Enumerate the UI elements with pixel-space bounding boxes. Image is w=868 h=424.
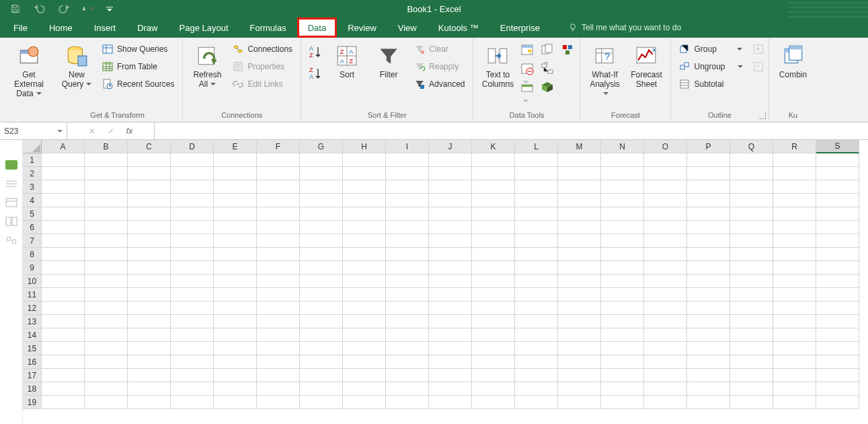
row-header[interactable]: 18 [23,382,42,396]
show-detail-button[interactable]: + [754,44,763,54]
cell[interactable] [257,355,300,369]
cell[interactable] [730,194,773,207]
cell[interactable] [687,248,730,261]
cell[interactable] [386,261,429,275]
cell[interactable] [300,396,343,409]
cell[interactable] [773,315,816,328]
cell[interactable] [214,396,257,409]
row-header[interactable]: 2 [23,167,42,180]
cell[interactable] [601,234,644,248]
side-tool-1-icon[interactable] [5,179,17,188]
cell[interactable] [42,194,85,207]
edit-links-button[interactable]: Edit Links [230,77,295,92]
cell[interactable] [42,275,85,288]
cell[interactable] [300,275,343,288]
properties-button[interactable]: Properties [230,59,295,74]
cell[interactable] [601,221,644,234]
data-model-icon[interactable] [541,81,554,94]
cell[interactable] [300,302,343,315]
cell[interactable] [386,207,429,221]
cell[interactable] [687,355,730,369]
cell[interactable] [601,275,644,288]
cell[interactable] [386,396,429,409]
sort-button[interactable]: ZAAZ Sort [328,42,366,82]
cell[interactable] [472,261,515,275]
outline-launcher-icon[interactable] [759,112,766,119]
cell[interactable] [515,369,558,382]
cell[interactable] [343,342,386,355]
cell[interactable] [343,180,386,194]
row-header[interactable]: 17 [23,369,42,382]
cell[interactable] [300,315,343,328]
cell[interactable] [171,153,214,167]
nav-pane-icon[interactable] [5,160,17,170]
cell[interactable] [42,248,85,261]
cell[interactable] [687,288,730,302]
cell[interactable] [214,315,257,328]
cell[interactable] [773,288,816,302]
row-header[interactable]: 13 [23,315,42,328]
cell[interactable] [644,355,687,369]
cell[interactable] [171,194,214,207]
enter-formula-icon[interactable]: ✓ [108,127,114,136]
cell[interactable] [472,194,515,207]
undo-icon[interactable] [34,3,46,15]
tab-enterprise[interactable]: Enterprise [489,17,551,38]
cell[interactable] [515,328,558,342]
cell[interactable] [601,396,644,409]
redo-icon[interactable] [58,3,70,15]
name-box[interactable]: S23 [0,122,67,139]
column-header[interactable]: L [515,140,558,153]
cell[interactable] [128,194,171,207]
cell[interactable] [644,180,687,194]
cell[interactable] [558,180,601,194]
cell[interactable] [515,248,558,261]
touch-mode-icon[interactable] [82,3,94,15]
cell[interactable] [472,315,515,328]
spreadsheet-grid[interactable]: ABCDEFGHIJKLMNOPQRS 12345678910111213141… [23,140,868,424]
cell[interactable] [128,180,171,194]
cell[interactable] [687,369,730,382]
column-header[interactable]: A [42,140,85,153]
cell[interactable] [85,315,128,328]
cell[interactable] [343,369,386,382]
cell[interactable] [687,396,730,409]
cell[interactable] [773,355,816,369]
cell[interactable] [515,234,558,248]
text-to-columns-button[interactable]: Text to Columns [479,42,516,92]
cell[interactable] [644,194,687,207]
cell[interactable] [558,221,601,234]
cell[interactable] [257,396,300,409]
cell[interactable] [42,315,85,328]
row-header[interactable]: 7 [23,234,42,248]
cell[interactable] [730,153,773,167]
cell[interactable] [343,221,386,234]
cell[interactable] [687,328,730,342]
formula-input[interactable] [155,122,868,139]
cell[interactable] [171,248,214,261]
flash-fill-button[interactable] [520,43,534,57]
cell[interactable] [257,153,300,167]
cell[interactable] [730,275,773,288]
cell[interactable] [601,355,644,369]
cell[interactable] [85,221,128,234]
cell[interactable] [644,396,687,409]
cell[interactable] [687,342,730,355]
cell[interactable] [386,167,429,180]
cell[interactable] [515,261,558,275]
cell[interactable] [214,153,257,167]
cell[interactable] [85,396,128,409]
cell[interactable] [730,302,773,315]
cell[interactable] [515,355,558,369]
column-header[interactable]: R [773,140,816,153]
cell[interactable] [429,167,472,180]
cell[interactable] [128,302,171,315]
cell[interactable] [558,369,601,382]
cell[interactable] [85,207,128,221]
cell[interactable] [128,342,171,355]
cell[interactable] [816,207,859,221]
cell[interactable] [773,369,816,382]
tab-kutools[interactable]: Kutools ™ [428,17,489,38]
filter-button[interactable]: Filter [370,42,407,82]
cell[interactable] [386,248,429,261]
